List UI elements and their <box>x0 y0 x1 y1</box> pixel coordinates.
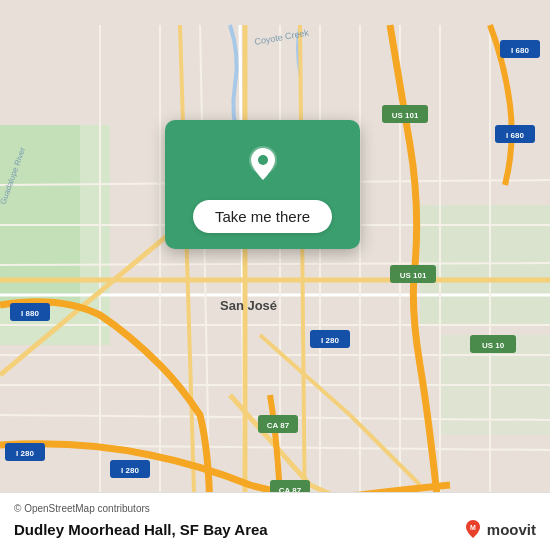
moovit-logo-icon: M <box>462 518 484 540</box>
location-icon-wrap <box>237 138 289 190</box>
svg-point-60 <box>258 155 268 165</box>
svg-text:US 10: US 10 <box>482 341 505 350</box>
location-name-text: Dudley Moorhead Hall, SF Bay Area <box>14 521 268 538</box>
moovit-brand-text: moovit <box>487 521 536 538</box>
svg-text:I 280: I 280 <box>16 449 34 458</box>
svg-text:M: M <box>470 524 476 531</box>
svg-text:US 101: US 101 <box>392 111 419 120</box>
map-container: I 880 I 280 I 280 US 101 US 101 I 680 I … <box>0 0 550 550</box>
bottom-bar: © OpenStreetMap contributors Dudley Moor… <box>0 492 550 550</box>
location-name-line: Dudley Moorhead Hall, SF Bay Area M moov… <box>14 518 536 540</box>
svg-text:I 280: I 280 <box>121 466 139 475</box>
moovit-logo: M moovit <box>462 518 536 540</box>
svg-text:I 280: I 280 <box>321 336 339 345</box>
popup-card: Take me there <box>165 120 360 249</box>
take-me-there-button[interactable]: Take me there <box>193 200 332 233</box>
svg-text:I 880: I 880 <box>21 309 39 318</box>
svg-text:I 680: I 680 <box>506 131 524 140</box>
svg-text:I 680: I 680 <box>511 46 529 55</box>
svg-text:CA 87: CA 87 <box>267 421 290 430</box>
copyright-text: © OpenStreetMap contributors <box>14 503 536 514</box>
map-svg: I 880 I 280 I 280 US 101 US 101 I 680 I … <box>0 0 550 550</box>
svg-text:US 101: US 101 <box>400 271 427 280</box>
location-pin-icon <box>239 140 287 188</box>
svg-text:San José: San José <box>220 298 277 313</box>
